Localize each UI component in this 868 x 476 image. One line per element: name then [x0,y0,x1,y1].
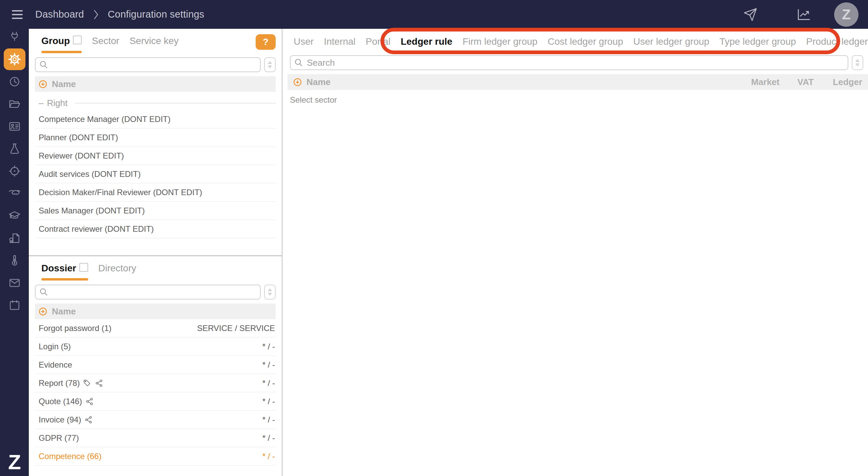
lab-flask-icon[interactable] [0,138,29,160]
dossier-item-label: Invoice (94) [39,415,81,425]
tab-service-key-label: Service key [130,36,179,46]
group-list-item[interactable]: Planner (DONT EDIT) [35,128,276,147]
ledger-searchbox [290,55,848,70]
group-list-item[interactable]: Reviewer (DONT EDIT) [35,147,276,165]
dossier-tab-checkbox[interactable] [79,263,88,272]
tab-internal[interactable]: Internal [324,36,355,47]
plug-icon[interactable] [0,26,29,48]
group-item-label: Planner (DONT EDIT) [39,133,118,142]
group-column-name: Name [52,79,76,89]
ledger-search-row [290,55,863,70]
analytics-icon[interactable] [796,7,812,22]
dossier-list-header: Name [35,304,276,319]
group-tab-checkbox[interactable] [73,36,82,44]
tab-service-key[interactable]: Service key [130,36,179,48]
ledger-sort-button[interactable] [852,55,863,70]
share-icon [85,397,94,406]
dossier-item-label: Competence (66) [39,452,101,461]
thermometer-icon[interactable] [0,249,29,272]
dossier-list-item[interactable]: Report (78) * / - [35,374,276,392]
group-divider-dash: – [39,98,43,108]
active-item-highlight [4,48,25,70]
send-icon[interactable] [743,7,758,22]
dossier-sort-button[interactable] [264,285,276,299]
tab-firm-ledger-group[interactable]: Firm ledger group [462,36,537,47]
certificate-icon[interactable] [0,227,29,249]
tab-sector[interactable]: Sector [92,36,119,48]
group-list-item[interactable]: Sales Manager (DONT EDIT) [35,202,276,220]
contact-card-icon[interactable] [0,115,29,138]
tab-portal[interactable]: Portal [366,36,391,47]
dossier-item-value: * / - [262,452,275,461]
dossier-searchbox [35,285,261,299]
tab-group-label: Group [41,36,70,46]
tab-sector-label: Sector [92,36,119,46]
folder-open-icon[interactable] [0,93,29,115]
sidebar: Z [0,29,29,476]
group-item-label: Contract reviewer (DONT EDIT) [39,224,154,234]
breadcrumb-current: Configuration settings [108,9,204,20]
dossier-column-name: Name [52,306,76,317]
dossier-list-item[interactable]: Login (5) * / - [35,337,276,356]
menu-icon[interactable] [9,7,25,22]
tab-user-ledger-group[interactable]: User ledger group [633,36,709,47]
group-sort-button[interactable] [264,57,276,72]
dossier-item-value: * / - [262,378,275,388]
app-window: Dashboard Configuration settings Z [0,0,868,476]
dossier-list-item[interactable]: GDPR (77) * / - [35,429,276,447]
dossier-list-item-selected[interactable]: Competence (66) * / - [35,447,276,465]
dossier-item-value: SERVICE / SERVICE [197,324,275,333]
dossier-search-input[interactable] [35,285,261,299]
dossier-list-item[interactable]: Forgot password (1) SERVICE / SERVICE [35,319,276,337]
dossier-search-row [35,285,276,299]
add-dossier-icon[interactable] [38,307,47,316]
ledger-panel: User Internal Portal Ledger rule Firm le… [282,29,868,476]
avatar[interactable]: Z [834,2,859,27]
group-searchbox [35,57,261,72]
group-divider-label: Right [47,98,67,108]
breadcrumb: Dashboard Configuration settings [35,9,204,20]
group-list-item[interactable]: Audit services (DONT EDIT) [35,165,276,183]
dossier-item-value: * / - [262,342,275,351]
tab-product-ledger-group[interactable]: Product ledger group [806,36,868,47]
group-list-item[interactable]: Competence Manager (DONT EDIT) [35,110,276,128]
target-icon[interactable] [0,160,29,182]
clock-icon[interactable] [0,70,29,93]
tab-type-ledger-group[interactable]: Type ledger group [719,36,796,47]
dossier-list-item[interactable]: Quote (146) * / - [35,392,276,411]
tab-dossier[interactable]: Dossier [41,263,88,275]
help-button[interactable]: ? [256,34,276,50]
ledger-search-input[interactable] [290,55,848,70]
group-item-label: Decision Maker/Final Reviewer (DONT EDIT… [39,188,202,197]
tab-cost-ledger-group[interactable]: Cost ledger group [548,36,623,47]
group-panel: Group Sector Service key ? N [29,29,282,255]
group-list-item[interactable]: Contract reviewer (DONT EDIT) [35,220,276,238]
graduation-cap-icon[interactable] [0,205,29,227]
add-ledger-rule-icon[interactable] [293,78,302,87]
add-group-icon[interactable] [38,80,47,89]
mail-icon[interactable] [0,272,29,294]
breadcrumb-dashboard[interactable]: Dashboard [35,9,84,20]
group-item-label: Audit services (DONT EDIT) [39,169,141,179]
tab-directory[interactable]: Directory [98,263,136,275]
tag-icon [83,379,92,388]
dossier-list-item[interactable]: Invoice (94) * / - [35,411,276,429]
dossier-item-label: Forgot password (1) [39,324,112,333]
group-list-header: Name [35,76,276,92]
calendar-icon[interactable] [0,294,29,316]
right-group-divider: – Right [35,96,276,110]
column-market: Market [751,77,780,87]
share-icon [84,415,93,424]
tab-user[interactable]: User [294,36,314,47]
group-search-input[interactable] [35,57,261,72]
dossier-list-item[interactable]: Evidence * / - [35,356,276,374]
group-panel-tabs: Group Sector Service key ? [35,36,276,48]
ledger-panel-tabs: User Internal Portal Ledger rule Firm le… [294,36,868,47]
settings-gear-icon[interactable] [0,48,29,70]
handshake-icon[interactable] [0,182,29,205]
dossier-item-value: * / - [262,433,275,443]
group-list-item[interactable]: Decision Maker/Final Reviewer (DONT EDIT… [35,183,276,202]
tab-group[interactable]: Group [41,36,82,48]
brand-logo[interactable]: Z [4,452,25,473]
tab-ledger-rule[interactable]: Ledger rule [401,36,452,47]
